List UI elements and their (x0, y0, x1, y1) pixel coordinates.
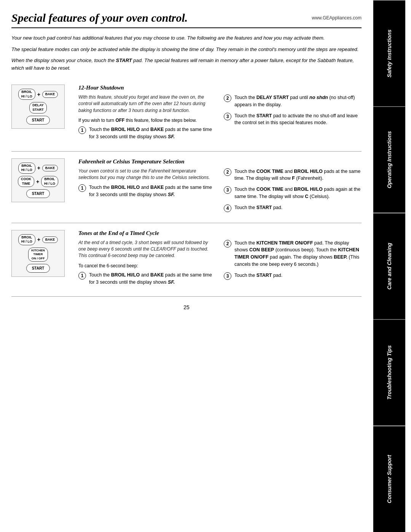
feature-content-2: Your oven control is set to use the Fahr… (78, 168, 362, 216)
main-content: Special features of your oven control. w… (0, 0, 373, 532)
feature-content-1: With this feature, should you forget and… (78, 94, 362, 144)
website-url: www.GEAppliances.com (312, 15, 362, 21)
sidebar-operating: Operating Instructions (373, 106, 405, 212)
step-3-1: 3 Touch the START pad to activate the no… (224, 112, 362, 127)
feature-desc-3: At the end of a timed cycle, 3 short bee… (78, 240, 216, 259)
plus-1: + (37, 91, 40, 97)
step-text-1-2: Touch the BROIL HI/LO and BAKE pads at t… (89, 184, 216, 198)
step-text-1-3: Touch the BROIL HI/LO and BAKE pads at t… (89, 272, 216, 286)
page-title: Special features of your oven control. (11, 11, 188, 24)
steps-right-2: 2 Touch the COOK TIME and BROIL HI/LO pa… (224, 168, 362, 216)
step-1-1: 1 Touch the BROIL HI/LO and BAKE pads at… (78, 126, 216, 141)
feature-extra-1: If you wish to turn OFF this feature, fo… (78, 117, 216, 124)
feature-main-1: 12-Hour Shutdown With this feature, shou… (78, 85, 362, 144)
step-num-1-1: 1 (78, 126, 86, 134)
plus-2-1: + (37, 165, 40, 171)
step-3-2: 3 Touch the COOK TIME and BROIL HI/LO pa… (224, 186, 362, 200)
step-4-2: 4 Touch the START pad. (224, 204, 362, 212)
step-text-3-2: Touch the COOK TIME and BROIL HI/LO pads… (234, 186, 362, 200)
btn-broil-2: BROILHI / LO (18, 163, 35, 174)
btn-bake-2: BAKE (42, 165, 58, 172)
feature-title-2: Fahrenheit or Celsius Temperature Select… (78, 158, 362, 165)
feature-hour-shutdown: BROILHI / LO + BAKE DELAYSTART START 12-… (11, 78, 362, 152)
step-text-3-3: Touch the START pad. (234, 272, 362, 280)
sidebar-care: Care and Cleaning (373, 213, 405, 319)
btn-diagram-1: BROILHI / LO + BAKE DELAYSTART START (11, 85, 65, 129)
step-text-2-3: Touch the KITCHEN TIMER ON/OFF pad. The … (234, 240, 362, 268)
btn-broil-3: BROILHI / LO (18, 234, 35, 245)
btn-broil2-2: BROILHI / LO (41, 176, 58, 187)
step-text-2-1: Touch the DELAY START pad until no shdn … (234, 94, 362, 109)
step-1-2: 1 Touch the BROIL HI/LO and BAKE pads at… (78, 184, 216, 198)
step-num-1-2: 1 (78, 184, 86, 192)
btn-start-3: START (26, 264, 50, 273)
btn-start-1: START (26, 116, 50, 125)
step-num-2-1: 2 (224, 94, 231, 102)
steps-left-3: At the end of a timed cycle, 3 short bee… (78, 240, 216, 290)
btn-row-2-3: START (26, 189, 50, 198)
step-2-3: 2 Touch the KITCHEN TIMER ON/OFF pad. Th… (224, 240, 362, 268)
step-num-1-3: 1 (78, 272, 86, 280)
step-num-3-2: 3 (224, 186, 231, 194)
feature-title-1: 12-Hour Shutdown (78, 85, 362, 91)
feature-fahrenheit-celsius: BROILHI / LO + BAKE COOKTIME + BROILHI /… (11, 152, 362, 223)
cancel-beep-label: To cancel the 6-second beep: (78, 262, 216, 269)
feature-left-2: BROILHI / LO + BAKE COOKTIME + BROILHI /… (11, 158, 72, 216)
feature-content-3: At the end of a timed cycle, 3 short bee… (78, 240, 362, 290)
feature-main-3: Tones at the End of a Timed Cycle At the… (78, 230, 362, 290)
step-2-2: 2 Touch the COOK TIME and BROIL HI/LO pa… (224, 168, 362, 182)
btn-row-3-1: BROILHI / LO + BAKE (18, 234, 58, 245)
btn-bake-1: BAKE (42, 91, 58, 98)
sidebar-consumer: Consumer Support (373, 426, 405, 532)
sidebar-safety: Safety Instructions (373, 0, 405, 106)
steps-right-3: 2 Touch the KITCHEN TIMER ON/OFF pad. Th… (224, 240, 362, 290)
intro-para-3: When the display shows your choice, touc… (11, 57, 362, 72)
steps-left-1: With this feature, should you forget and… (78, 94, 216, 144)
feature-left-3: BROILHI / LO + BAKE KITCHENTIMERON / OFF… (11, 230, 72, 290)
sidebar-troubleshooting: Troubleshooting Tips (373, 319, 405, 425)
page-header: Special features of your oven control. w… (11, 11, 362, 28)
intro-para-1: Your new touch pad control has additiona… (11, 34, 362, 42)
btn-row-3-2: KITCHENTIMERON / OFF (28, 248, 48, 262)
feature-tones: BROILHI / LO + BAKE KITCHENTIMERON / OFF… (11, 223, 362, 297)
btn-start-2: START (26, 189, 50, 198)
btn-kitchen-timer: KITCHENTIMERON / OFF (28, 248, 48, 262)
page-container: Special features of your oven control. w… (0, 0, 411, 532)
step-num-3-1: 3 (224, 113, 231, 120)
btn-row-2-1: BROILHI / LO + BAKE (18, 163, 58, 174)
page-number: 25 (11, 304, 362, 310)
btn-diagram-2: BROILHI / LO + BAKE COOKTIME + BROILHI /… (11, 158, 65, 203)
step-text-3-1: Touch the START pad to activate the no s… (234, 112, 362, 127)
step-num-4-2: 4 (224, 204, 231, 212)
plus-3: + (37, 236, 40, 243)
step-2-1: 2 Touch the DELAY START pad until no shd… (224, 94, 362, 109)
feature-title-3: Tones at the End of a Timed Cycle (78, 230, 362, 236)
step-text-1-1: Touch the BROIL HI/LO and BAKE pads at t… (89, 126, 216, 141)
step-3-3: 3 Touch the START pad. (224, 272, 362, 280)
step-text-4-2: Touch the START pad. (234, 204, 362, 212)
btn-row-3: START (26, 116, 50, 125)
btn-delay-start-1: DELAYSTART (29, 102, 47, 113)
steps-left-2: Your oven control is set to use the Fahr… (78, 168, 216, 216)
btn-diagram-3: BROILHI / LO + BAKE KITCHENTIMERON / OFF… (11, 230, 65, 277)
btn-row-2-2: COOKTIME + BROILHI / LO (18, 176, 58, 187)
feature-desc-1: With this feature, should you forget and… (78, 94, 216, 114)
btn-row-3-3: START (26, 264, 50, 273)
feature-desc-2: Your oven control is set to use the Fahr… (78, 168, 216, 181)
step-num-2-2: 2 (224, 168, 231, 176)
btn-bake-3: BAKE (42, 236, 58, 243)
step-text-2-2: Touch the COOK TIME and BROIL HI/LO pads… (234, 168, 362, 182)
step-num-2-3: 2 (224, 240, 231, 248)
intro-para-2: The special feature modes can only be ac… (11, 46, 362, 53)
sidebar: Safety Instructions Operating Instructio… (373, 0, 405, 532)
btn-row-1: BROILHI / LO + BAKE (18, 89, 58, 100)
plus-2-2: + (36, 179, 39, 185)
step-1-3: 1 Touch the BROIL HI/LO and BAKE pads at… (78, 272, 216, 286)
feature-left-1: BROILHI / LO + BAKE DELAYSTART START (11, 85, 72, 144)
step-num-3-3: 3 (224, 272, 231, 280)
btn-row-2: DELAYSTART (29, 102, 47, 113)
btn-cook-time-2: COOKTIME (18, 176, 34, 187)
btn-broil-1: BROILHI / LO (18, 89, 35, 100)
steps-right-1: 2 Touch the DELAY START pad until no shd… (224, 94, 362, 144)
feature-main-2: Fahrenheit or Celsius Temperature Select… (78, 158, 362, 216)
